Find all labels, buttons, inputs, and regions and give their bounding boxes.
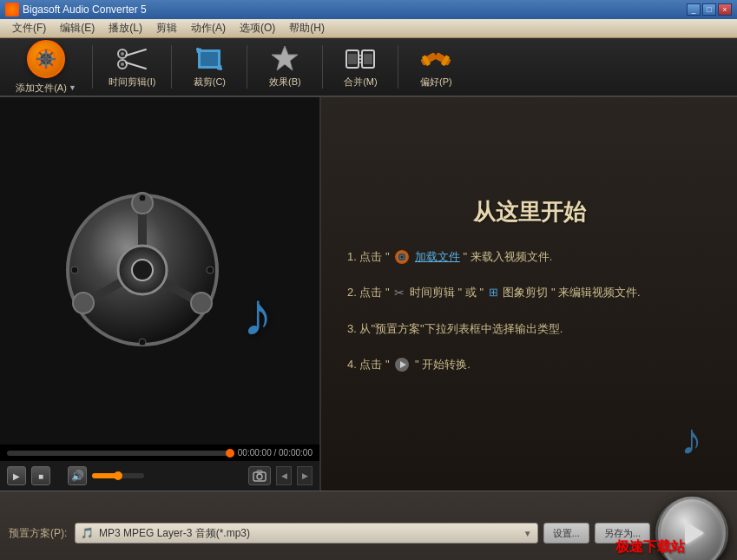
star-icon — [269, 46, 300, 72]
svg-point-9 — [121, 52, 124, 56]
separator-2 — [171, 45, 172, 89]
merge-button[interactable]: 合并(M) — [330, 41, 391, 94]
svg-point-40 — [139, 194, 146, 201]
crop-button[interactable]: 裁剪(C) — [179, 41, 240, 94]
step-3: 3. 从"预置方案"下拉列表框中选择输出类型. — [347, 320, 711, 339]
step3-text: 3. 从"预置方案"下拉列表框中选择输出类型. — [347, 320, 563, 339]
add-file-dropdown-arrow: ▼ — [69, 83, 76, 92]
music-note-icon: ♪ — [242, 280, 273, 349]
svg-line-12 — [126, 63, 146, 69]
volume-icon[interactable]: 🔊 — [68, 466, 87, 485]
next-frame-button[interactable]: ▶ — [297, 466, 313, 485]
step2-text: 2. 点击 " ✂ 时间剪辑 " 或 " ⊞ 图象剪切 " 来编辑视频文件. — [347, 283, 641, 302]
close-button[interactable]: × — [718, 3, 732, 16]
effects-button[interactable]: 效果(B) — [254, 41, 315, 94]
menu-clip[interactable]: 剪辑 — [149, 19, 184, 37]
svg-point-37 — [73, 293, 94, 313]
menu-help[interactable]: 帮助(H) — [282, 19, 332, 37]
svg-rect-26 — [364, 54, 372, 64]
preferences-label: 偏好(P) — [420, 76, 452, 89]
app-icon — [5, 3, 19, 16]
convert-play-icon — [685, 521, 704, 545]
menu-action[interactable]: 动作(A) — [184, 19, 233, 37]
watermark: 极速下载站 — [615, 538, 685, 557]
merge-label: 合并(M) — [344, 76, 378, 89]
separator-5 — [398, 45, 398, 89]
merge-icon — [345, 46, 376, 72]
right-panel: 从这里开始 1. 点击 " 加载文件 " 来载入视频文件. — [321, 97, 737, 491]
video-preview: ♪ 00:00:00 / 00:00:00 ▶ ■ 🔊 — [0, 97, 321, 491]
svg-marker-19 — [272, 46, 298, 70]
play-button[interactable]: ▶ — [7, 466, 26, 485]
step-4: 4. 点击 " " 开始转换. — [347, 356, 711, 374]
wrench-icon — [418, 46, 453, 72]
separator-3 — [247, 45, 247, 89]
svg-point-39 — [132, 260, 153, 280]
preset-value: MP3 MPEG Layer-3 音频(*.mp3) — [99, 526, 250, 541]
deco-music-note: ♪ — [681, 414, 702, 464]
timeline: 00:00:00 / 00:00:00 — [0, 445, 319, 461]
scissors-icon — [115, 46, 149, 72]
preview-area: ♪ — [0, 97, 319, 445]
film-reel-image — [64, 188, 229, 352]
window-controls[interactable]: _ □ × — [687, 3, 732, 16]
prev-frame-button[interactable]: ◀ — [276, 466, 292, 485]
effects-label: 效果(B) — [269, 76, 301, 89]
svg-line-11 — [126, 49, 146, 56]
preset-dropdown[interactable]: 🎵 MP3 MPEG Layer-3 音频(*.mp3) ▼ — [75, 523, 538, 544]
svg-point-41 — [139, 339, 146, 346]
time-trim-button[interactable]: 时间剪辑(I) — [100, 41, 164, 94]
separator-4 — [322, 45, 323, 89]
preset-icon: 🎵 — [81, 527, 94, 539]
separator-1 — [92, 45, 93, 89]
preset-arrow: ▼ — [523, 529, 532, 538]
progress-bar[interactable] — [7, 451, 234, 456]
title-bar: Bigasoft Audio Converter 5 _ □ × — [0, 0, 737, 19]
svg-point-36 — [191, 293, 212, 313]
step4-icon — [394, 357, 410, 372]
toolbar: 添加文件(A) ▼ 时间剪辑(I) — [0, 38, 737, 97]
svg-point-42 — [71, 267, 78, 273]
step1-text: 1. 点击 " 加载文件 " 来载入视频文件. — [347, 248, 552, 267]
main-content: ♪ 00:00:00 / 00:00:00 ▶ ■ 🔊 — [0, 97, 737, 491]
preset-label: 预置方案(P): — [9, 526, 69, 541]
svg-point-45 — [257, 474, 262, 479]
settings-button[interactable]: 设置... — [543, 523, 589, 544]
menu-options[interactable]: 选项(O) — [233, 19, 282, 37]
instruction-list: 1. 点击 " 加载文件 " 来载入视频文件. — [347, 248, 711, 392]
svg-rect-25 — [348, 54, 357, 64]
preferences-button[interactable]: 偏好(P) — [405, 41, 466, 94]
progress-handle — [226, 449, 234, 458]
svg-point-50 — [400, 255, 404, 259]
add-file-label: 添加文件(A) — [16, 82, 67, 95]
step1-icon — [394, 249, 410, 265]
crop-label: 裁剪(C) — [194, 76, 226, 89]
stop-button[interactable]: ■ — [31, 466, 50, 485]
minimize-button[interactable]: _ — [687, 3, 701, 16]
step-1: 1. 点击 " 加载文件 " 来载入视频文件. — [347, 248, 711, 267]
svg-point-43 — [207, 267, 214, 273]
player-controls: ▶ ■ 🔊 ◀ ▶ — [0, 461, 319, 491]
svg-rect-14 — [201, 52, 218, 66]
crop-icon — [194, 46, 225, 72]
step2-scissors-icon: ✂ — [394, 283, 405, 302]
volume-handle — [114, 471, 122, 480]
window-title: Bigasoft Audio Converter 5 — [23, 3, 687, 16]
maximize-button[interactable]: □ — [702, 3, 716, 16]
start-title: 从这里开始 — [473, 197, 586, 227]
volume-slider[interactable] — [92, 473, 144, 478]
menu-play[interactable]: 播放(L) — [102, 19, 149, 37]
add-file-icon — [27, 40, 65, 78]
step2-crop-icon: ⊞ — [489, 284, 498, 302]
add-file-button[interactable]: 添加文件(A) ▼ — [7, 35, 85, 100]
screenshot-button[interactable] — [248, 466, 271, 485]
time-trim-label: 时间剪辑(I) — [109, 76, 155, 89]
svg-point-10 — [121, 63, 124, 66]
step1-link[interactable]: 加载文件 — [415, 250, 460, 263]
step4-text: 4. 点击 " " 开始转换. — [347, 356, 470, 374]
step-2: 2. 点击 " ✂ 时间剪辑 " 或 " ⊞ 图象剪切 " 来编辑视频文件. — [347, 283, 711, 302]
menu-bar: 文件(F) 编辑(E) 播放(L) 剪辑 动作(A) 选项(O) 帮助(H) — [0, 19, 737, 38]
time-display: 00:00:00 / 00:00:00 — [238, 448, 313, 458]
